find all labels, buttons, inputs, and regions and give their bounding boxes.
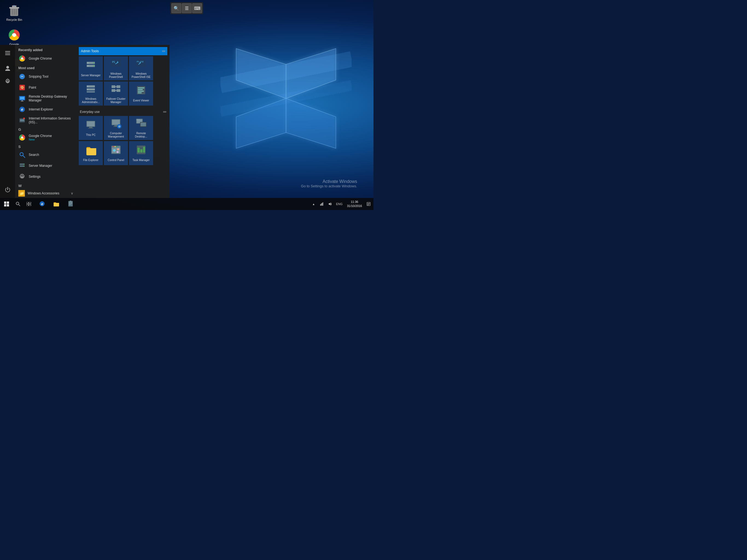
file-explorer-tile-icon: [85, 144, 96, 157]
svg-point-37: [21, 176, 23, 177]
svg-rect-54: [117, 85, 120, 88]
svg-rect-99: [27, 204, 28, 206]
svg-rect-50: [87, 91, 95, 93]
tile-server-manager[interactable]: Server Manager: [79, 56, 103, 80]
svg-line-32: [23, 156, 25, 157]
desktop: 🔍 ☰ ⌨ ↻ Recycle Bin: [0, 0, 374, 210]
alpha-s: S: [15, 143, 77, 149]
tile-powershell[interactable]: PS Windows PowerShell: [104, 56, 128, 80]
taskbar-time: 11:36: [351, 200, 358, 204]
win-acc-name: Windows Accessories: [28, 192, 68, 195]
app-server-manager[interactable]: Server Manager: [15, 160, 77, 171]
tile-file-explorer[interactable]: File Explorer: [79, 141, 103, 165]
paint-name: Paint: [29, 85, 36, 90]
svg-text:✂: ✂: [21, 75, 24, 78]
svg-rect-88: [140, 149, 143, 153]
svg-rect-55: [111, 89, 115, 92]
svg-rect-93: [4, 204, 6, 206]
powershell-ise-tile-icon: PS ISE: [136, 58, 147, 71]
taskbar-app-notepad[interactable]: [63, 198, 78, 210]
tile-control-panel[interactable]: Control Panel: [104, 141, 128, 165]
start-applist[interactable]: Recently added Google Chrome Most used: [15, 45, 77, 198]
settings-name: Settings: [29, 175, 41, 179]
ie-name: Internet Explorer: [29, 107, 53, 111]
app-search[interactable]: Search: [15, 149, 77, 160]
taskbar-systray: ▲ ENG 11:36 31/10/2016: [310, 198, 374, 210]
most-used-label: Most used: [15, 64, 77, 71]
app-settings[interactable]: Settings: [15, 171, 77, 182]
rdgm-icon: [18, 95, 26, 102]
admin-tools-menu[interactable]: ═: [162, 49, 165, 54]
svg-rect-58: [138, 87, 145, 88]
tile-failover[interactable]: Failover Cluster Manager: [104, 81, 128, 105]
svg-rect-27: [20, 119, 24, 121]
settings-button[interactable]: [1, 75, 14, 87]
taskbar-volume-icon[interactable]: [326, 199, 334, 209]
taskbar-app-explorer[interactable]: [49, 198, 63, 210]
taskbar-search[interactable]: [13, 198, 23, 210]
activate-title: Activate Windows: [301, 179, 357, 184]
svg-rect-89: [143, 147, 145, 153]
svg-rect-105: [69, 203, 72, 204]
tile-computer-mgmt[interactable]: ⚙ Computer Management: [104, 116, 128, 140]
svg-rect-65: [88, 128, 94, 128]
start-button[interactable]: [0, 198, 13, 210]
taskbar-apps: e: [35, 198, 310, 210]
taskbar: e ▲: [0, 198, 374, 210]
activate-watermark: Activate Windows Go to Settings to activ…: [301, 179, 357, 188]
everyday-use-menu[interactable]: ═: [163, 109, 166, 114]
tile-task-manager[interactable]: Task Manager: [129, 141, 153, 165]
svg-rect-75: [140, 123, 146, 126]
taskbar-network-icon[interactable]: [318, 199, 326, 209]
taskbar-app-ie[interactable]: e: [35, 198, 49, 210]
user-button[interactable]: [1, 62, 14, 74]
app-rdgm[interactable]: Remote Desktop Gateway Manager: [15, 93, 77, 104]
app-chrome-g[interactable]: Google ChromeNew: [15, 132, 77, 143]
svg-rect-21: [20, 97, 24, 100]
taskbar-clock[interactable]: 11:36 31/10/2016: [345, 198, 364, 210]
app-item-chrome-recent[interactable]: Google Chrome: [15, 53, 77, 64]
tile-event-viewer[interactable]: Event Viewer: [129, 81, 153, 105]
admin-tiles-row-2: Windows Administrativ... Failover: [79, 81, 168, 105]
tile-win-admin[interactable]: Windows Administrativ...: [79, 81, 103, 105]
power-button[interactable]: [1, 184, 14, 196]
hamburger-button[interactable]: [1, 47, 14, 59]
tile-remote-desktop[interactable]: Remote Desktop...: [129, 116, 153, 140]
activate-subtitle: Go to Settings to activate Windows.: [301, 184, 357, 188]
taskbar-eng-label[interactable]: ENG: [334, 199, 344, 209]
app-paint[interactable]: 🎨 Paint: [15, 82, 77, 93]
this-pc-tile-icon: [85, 119, 96, 132]
tile-powershell-ise[interactable]: PS ISE Windows PowerShell ISE: [129, 56, 153, 80]
zoom-button[interactable]: 🔍: [172, 3, 181, 13]
start-left-panel: [0, 45, 15, 198]
svg-rect-104: [69, 202, 72, 203]
windows-accessories-item[interactable]: 📁 Windows Accessories ∨: [15, 188, 77, 198]
control-panel-tile-icon: [110, 144, 121, 157]
svg-point-28: [23, 118, 25, 119]
svg-text:e: e: [21, 107, 23, 111]
svg-point-35: [24, 164, 25, 164]
tile-this-pc[interactable]: This PC: [79, 116, 103, 140]
app-ie[interactable]: e Internet Explorer: [15, 104, 77, 115]
svg-point-51: [87, 86, 88, 87]
everyday-use-header: Everyday use ═: [79, 107, 168, 116]
chrome-name-recent: Google Chrome: [29, 57, 52, 60]
menu-button[interactable]: ☰: [182, 3, 192, 13]
failover-tile-label: Failover Cluster Manager: [106, 97, 126, 104]
svg-rect-106: [69, 204, 71, 205]
keyboard-button[interactable]: ⌨: [192, 3, 202, 13]
chrome-icon-recent: [18, 55, 26, 62]
taskbar-chevron-up[interactable]: ▲: [310, 199, 317, 209]
taskbar-task-view[interactable]: [23, 198, 35, 210]
svg-point-30: [21, 136, 23, 138]
app-snipping-tool[interactable]: ✂ Snipping Tool: [15, 71, 77, 82]
taskbar-notification-center[interactable]: [365, 198, 372, 210]
recycle-bin-icon[interactable]: ↻ Recycle Bin: [3, 3, 25, 22]
task-manager-tile-icon: [136, 144, 147, 157]
ie-icon: e: [18, 105, 26, 113]
search-name: Search: [29, 153, 39, 157]
app-iis[interactable]: Internet Information Services (IIS)...: [15, 115, 77, 126]
svg-rect-107: [70, 201, 71, 202]
svg-rect-103: [68, 201, 73, 206]
taskbar-date: 31/10/2016: [347, 204, 362, 208]
